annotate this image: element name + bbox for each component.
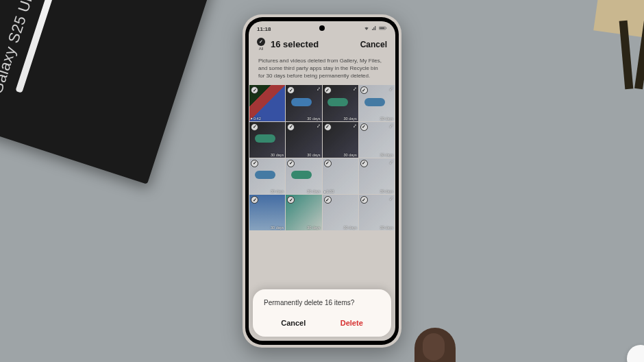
phone-frame: 11:18 All — [243, 14, 401, 348]
front-camera-hole — [319, 25, 325, 31]
wooden-stand — [575, 0, 644, 110]
corner-decoration — [627, 345, 644, 362]
dialog-delete-button[interactable]: Delete — [328, 316, 375, 330]
dialog-title: Permanently delete 16 items? — [264, 299, 380, 306]
phone-screen: 11:18 All — [249, 21, 395, 341]
confirm-delete-dialog: Permanently delete 16 items? Cancel Dele… — [253, 289, 391, 337]
human-thumb — [414, 328, 456, 362]
product-box: Galaxy S25 Ultra — [0, 0, 213, 184]
dialog-button-row: Cancel Delete — [264, 316, 380, 330]
phone-body: 11:18 All — [245, 17, 399, 345]
dialog-cancel-button[interactable]: Cancel — [269, 316, 318, 330]
